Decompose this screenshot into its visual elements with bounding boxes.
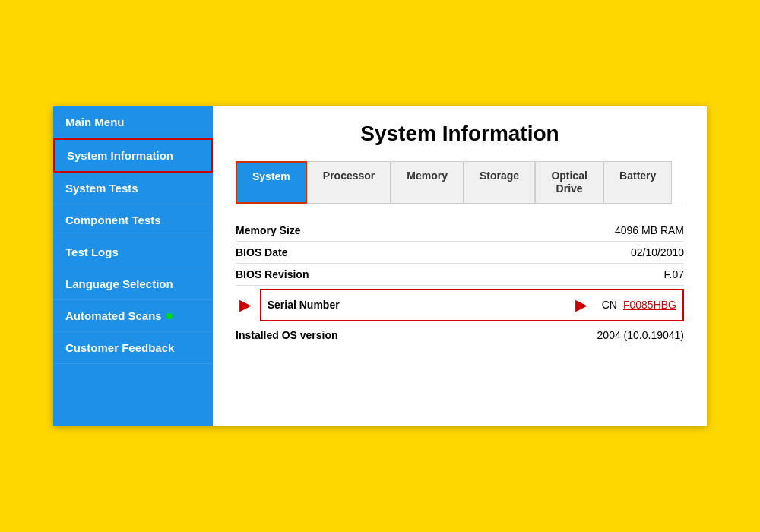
row-bios-revision: BIOS Revision F.07 — [236, 264, 684, 286]
main-content: System Information System Processor Memo… — [213, 106, 707, 426]
page-title: System Information — [236, 122, 684, 146]
tab-storage[interactable]: Storage — [464, 161, 535, 204]
sidebar-item-customer-feedback[interactable]: Customer Feedback — [53, 332, 213, 364]
tab-battery[interactable]: Battery — [603, 161, 672, 204]
serial-value-container: ► CNF0085HBG — [572, 293, 676, 317]
row-installed-os: Installed OS version 2004 (10.0.19041) — [236, 325, 684, 346]
arrow-serial-left: ► — [236, 293, 255, 317]
sidebar-item-main-menu[interactable]: Main Menu — [53, 106, 213, 138]
tab-processor[interactable]: Processor — [307, 161, 391, 204]
sidebar-item-language-selection[interactable]: Language Selection — [53, 268, 213, 300]
sidebar-item-system-information[interactable]: System Information — [53, 138, 213, 173]
row-serial-number: Serial Number ► CNF0085HBG — [260, 289, 684, 321]
tab-system[interactable]: System — [236, 161, 307, 204]
app-container: Main Menu System Information System Test… — [53, 106, 707, 426]
sidebar-item-component-tests[interactable]: Component Tests — [53, 204, 213, 236]
tab-memory[interactable]: Memory — [391, 161, 464, 204]
tabs-container: System Processor Memory Storage OpticalD… — [236, 161, 684, 204]
sidebar: Main Menu System Information System Test… — [53, 106, 213, 426]
tab-optical-drive[interactable]: OpticalDrive — [535, 161, 603, 204]
arrow-serial-right: ► — [572, 293, 591, 317]
automated-scans-dot — [166, 313, 173, 319]
row-memory-size: Memory Size 4096 MB RAM — [236, 220, 684, 242]
sidebar-item-automated-scans[interactable]: Automated Scans — [53, 300, 213, 332]
sidebar-item-system-tests[interactable]: System Tests — [53, 173, 213, 204]
row-bios-date: BIOS Date 02/10/2010 — [236, 242, 684, 264]
sidebar-item-test-logs[interactable]: Test Logs — [53, 236, 213, 268]
info-table: Memory Size 4096 MB RAM BIOS Date 02/10/… — [236, 220, 684, 346]
